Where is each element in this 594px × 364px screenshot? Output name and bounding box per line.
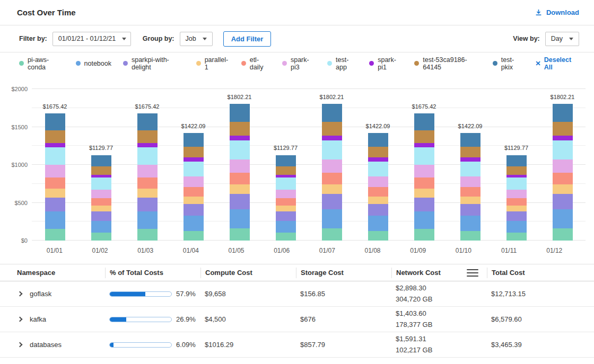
legend-item-test-app[interactable]: test-app	[327, 56, 357, 71]
bar-segment-test-app	[91, 177, 111, 190]
download-button[interactable]: Download	[535, 8, 579, 16]
bar-segment-test-53ca9186-64145	[91, 166, 111, 175]
column-header-compute-cost: Compute Cost	[200, 268, 296, 278]
bar-segment-spark-pi1	[322, 136, 342, 140]
group-by-label: Group by:	[143, 35, 174, 42]
bar-total-label: $1675.42	[401, 103, 447, 110]
bar-segment-etl-daily	[45, 177, 65, 188]
bar-segment-test-53ca9186-64145	[276, 166, 296, 175]
stacked-bar-01/03[interactable]	[137, 113, 158, 241]
legend-item-test-53ca9186-64145[interactable]: test-53ca9186-64145	[414, 56, 481, 71]
bar-segment-spark-pi3	[322, 159, 342, 173]
legend-item-notebook[interactable]: notebook	[76, 60, 111, 67]
bar-segment-etl-daily	[230, 173, 250, 184]
chart-x-axis: 01/0101/0201/0301/0401/0501/0601/0701/08…	[32, 241, 577, 264]
bar-segment-parallel-1	[460, 197, 481, 204]
bar-segment-notebook	[368, 216, 388, 230]
chart-plot: $0$500$1000$1500$2000$1675.42$1129.77$16…	[32, 89, 586, 241]
bar-segment-test-53ca9186-64145	[184, 147, 204, 157]
namespace-label: kafka	[30, 315, 46, 323]
chart-legend: pi-aws-condanotebooksparkpi-with-delight…	[0, 52, 594, 74]
legend-item-label: spark-pi3	[291, 56, 316, 71]
legend-item-label: sparkpi-with-delight	[132, 56, 185, 71]
legend-swatch-icon	[493, 61, 497, 66]
bar-segment-test-pkix	[460, 133, 481, 147]
x-axis-tick-label: 01/04	[168, 247, 214, 254]
bar-segment-parallel-1	[368, 197, 388, 204]
bar-segment-spark-pi1	[137, 143, 158, 147]
stacked-bar-01/08[interactable]	[368, 133, 388, 241]
add-filter-button[interactable]: Add Filter	[223, 31, 272, 47]
bar-total-label: $1129.77	[263, 145, 309, 151]
bar-segment-pi-aws-conda	[553, 228, 573, 241]
table-body: goflask57.9%$9,658$156.85$2,898.30304,72…	[0, 281, 594, 358]
x-axis-tick-label: 01/01	[32, 247, 77, 254]
bar-segment-spark-pi3	[553, 159, 573, 173]
legend-item-pi-aws-conda[interactable]: pi-aws-conda	[19, 56, 64, 71]
stacked-bar-01/07[interactable]	[322, 104, 342, 241]
stacked-bar-01/06[interactable]	[276, 155, 296, 241]
legend-item-test-pkix[interactable]: test-pkix	[493, 56, 524, 71]
bar-segment-spark-pi3	[91, 190, 111, 198]
bar-segment-etl-daily	[137, 177, 158, 188]
percent-label: 6.09%	[176, 341, 196, 349]
network-gb-value: 102,217 GB	[396, 345, 487, 356]
bar-total-label: $1675.42	[32, 103, 78, 110]
bar-segment-etl-daily	[276, 198, 296, 206]
bar-segment-sparkpi-with-delight	[91, 211, 111, 221]
column-menu-icon[interactable]	[467, 269, 478, 277]
deselect-all-button[interactable]: ✕ Deselect All	[535, 56, 579, 71]
bar-segment-sparkpi-with-delight	[460, 204, 481, 216]
expand-row-icon[interactable]	[18, 342, 23, 348]
bar-segment-sparkpi-with-delight	[553, 194, 573, 209]
bar-segment-spark-pi3	[460, 176, 481, 187]
legend-item-spark-pi3[interactable]: spark-pi3	[282, 56, 316, 71]
legend-item-sparkpi-with-delight[interactable]: sparkpi-with-delight	[123, 56, 185, 71]
bar-column-01/12: $1802.21	[539, 89, 586, 241]
bar-segment-notebook	[553, 209, 573, 228]
stacked-bar-01/12[interactable]	[553, 104, 573, 241]
namespace-label: goflask	[30, 290, 51, 298]
expand-row-icon[interactable]	[18, 291, 23, 297]
legend-item-label: test-app	[336, 56, 357, 71]
view-by-select[interactable]: Day	[545, 32, 579, 46]
expand-row-icon[interactable]	[18, 317, 23, 322]
bar-segment-parallel-1	[91, 206, 111, 211]
bar-segment-parallel-1	[322, 184, 342, 194]
bar-segment-etl-daily	[414, 177, 434, 188]
percent-progress-bar	[109, 291, 172, 297]
legend-item-label: pi-aws-conda	[28, 56, 64, 71]
network-gb-value: 304,720 GB	[396, 294, 487, 305]
legend-item-spark-pi1[interactable]: spark-pi1	[369, 56, 403, 71]
stacked-bar-01/02[interactable]	[91, 155, 111, 241]
bar-segment-pi-aws-conda	[276, 233, 296, 241]
percent-progress-bar	[109, 317, 172, 322]
legend-item-etl-daily[interactable]: etl-daily	[241, 56, 270, 71]
bar-column-01/04: $1422.09	[170, 89, 216, 241]
bar-segment-test-53ca9186-64145	[322, 122, 342, 136]
stacked-bar-01/10[interactable]	[460, 133, 481, 241]
bar-segment-test-app	[368, 162, 388, 176]
bar-segment-spark-pi3	[414, 165, 434, 177]
bar-column-01/06: $1129.77	[263, 89, 309, 241]
stacked-bar-01/04[interactable]	[184, 133, 204, 241]
group-by-select[interactable]: Job	[180, 32, 213, 46]
bar-segment-spark-pi3	[506, 190, 527, 198]
bar-segment-sparkpi-with-delight	[45, 198, 65, 211]
bar-segment-test-53ca9186-64145	[137, 130, 158, 143]
legend-item-parallel-1[interactable]: parallel-1	[196, 56, 230, 71]
bar-segment-spark-pi1	[184, 157, 204, 161]
bar-segment-test-53ca9186-64145	[45, 130, 65, 143]
bar-segment-etl-daily	[322, 173, 342, 184]
bar-segment-pi-aws-conda	[506, 233, 527, 241]
stacked-bar-01/11[interactable]	[506, 155, 527, 241]
legend-swatch-icon	[241, 61, 246, 66]
bar-segment-notebook	[322, 209, 342, 228]
deselect-all-label: Deselect All	[544, 56, 579, 71]
stacked-bar-01/09[interactable]	[414, 113, 434, 241]
date-range-select[interactable]: 01/01/21 - 01/12/21	[53, 32, 131, 46]
stacked-bar-01/05[interactable]	[230, 104, 250, 241]
download-label: Download	[546, 8, 579, 16]
stacked-bar-01/01[interactable]	[45, 113, 65, 241]
namespace-label: databases	[30, 341, 62, 349]
